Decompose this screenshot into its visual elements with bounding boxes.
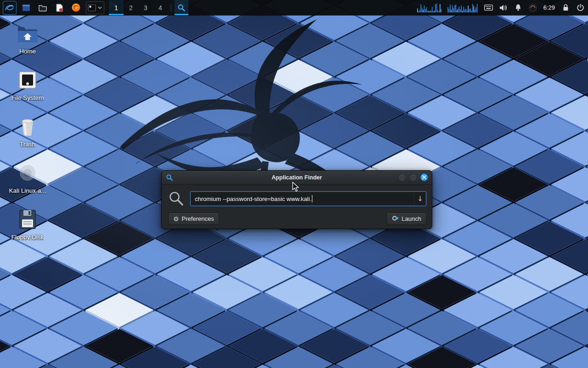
top-panel: 1 2 3 4 <box>0 0 588 15</box>
history-dropdown-button[interactable]: ↓ <box>414 192 426 206</box>
desktop-icon-floppy-disk[interactable]: Floppy Disk <box>5 208 51 241</box>
close-icon <box>422 175 426 179</box>
arrow-down-icon: ↓ <box>417 195 423 203</box>
folder-icon <box>38 3 47 12</box>
show-desktop-button[interactable] <box>19 1 33 15</box>
window-controls <box>398 173 428 181</box>
command-text: chromium --password-store=basic www.kali… <box>195 196 311 202</box>
panel-separator <box>171 4 171 12</box>
audio-visualizer <box>417 3 479 13</box>
maximize-button[interactable] <box>409 173 417 181</box>
close-button[interactable] <box>420 173 428 181</box>
gear-icon: ⚙ <box>173 216 179 222</box>
workspace-4[interactable]: 4 <box>153 0 168 15</box>
finder-window-icon <box>166 174 173 181</box>
minimize-button[interactable] <box>398 173 406 181</box>
preferences-label: Preferences <box>182 215 214 222</box>
workspace-2[interactable]: 2 <box>124 0 138 15</box>
command-input[interactable]: chromium --password-store=basic www.kali… <box>190 191 426 206</box>
document-icon <box>55 3 64 12</box>
desktop-screen: Home File System Trash <box>0 0 588 368</box>
home-folder-icon <box>16 22 39 45</box>
launch-icon <box>392 215 399 223</box>
firefox-icon <box>71 3 81 12</box>
lock-icon[interactable] <box>560 3 571 13</box>
volume-icon[interactable] <box>498 3 509 13</box>
desktop-icon-label: Trash <box>20 141 35 148</box>
text-caret <box>312 195 312 202</box>
terminal-launcher[interactable] <box>86 1 104 14</box>
desktop-icon-trash[interactable]: Trash <box>5 115 51 148</box>
kali-menu-button[interactable] <box>3 1 17 15</box>
power-icon[interactable] <box>575 3 585 13</box>
desktop-icon-list: Home File System Trash <box>5 22 51 241</box>
window-title: Application Finder <box>162 174 432 181</box>
titlebar[interactable]: Application Finder <box>162 171 432 185</box>
kali-logo-icon <box>4 2 15 13</box>
terminal-icon <box>87 3 96 12</box>
finder-body: chromium --password-store=basic www.kali… <box>162 185 432 230</box>
kali-package-icon <box>16 161 39 184</box>
window-icon <box>22 3 31 12</box>
preferences-button[interactable]: ⚙ Preferences <box>168 213 219 225</box>
workspace-1[interactable]: 1 <box>109 0 124 15</box>
launch-label: Launch <box>401 215 421 222</box>
desktop-icon-label: File System <box>11 94 44 101</box>
file-system-icon <box>16 69 39 92</box>
workspace-3[interactable]: 3 <box>138 0 153 15</box>
floppy-disk-icon <box>16 208 39 231</box>
desktop-icon-label: Floppy Disk <box>11 234 44 241</box>
desktop-icon-home[interactable]: Home <box>5 22 51 55</box>
finder-task-icon <box>177 4 186 12</box>
firefox-button[interactable] <box>69 1 83 15</box>
application-finder-task[interactable] <box>175 0 188 15</box>
notification-bell-icon[interactable] <box>513 3 523 13</box>
status-indicator-icon[interactable] <box>528 3 538 13</box>
search-icon <box>168 190 185 207</box>
file-manager-button[interactable] <box>36 1 50 15</box>
keyboard-icon[interactable] <box>484 3 494 13</box>
launch-button[interactable]: Launch <box>387 213 426 225</box>
desktop-icon-kali-linux[interactable]: Kali Linux a... <box>5 161 51 194</box>
application-finder-window: Application Finder <box>161 170 432 229</box>
chevron-down-icon[interactable] <box>96 2 103 14</box>
text-editor-button[interactable] <box>52 1 66 15</box>
desktop-icon-label: Home <box>19 48 36 55</box>
clock[interactable]: 6:29 <box>543 4 556 11</box>
workspace-switcher: 1 2 3 4 <box>109 0 168 15</box>
desktop-icon-label: Kali Linux a... <box>9 187 46 194</box>
trash-icon <box>16 115 39 138</box>
desktop-icon-file-system[interactable]: File System <box>5 69 51 101</box>
